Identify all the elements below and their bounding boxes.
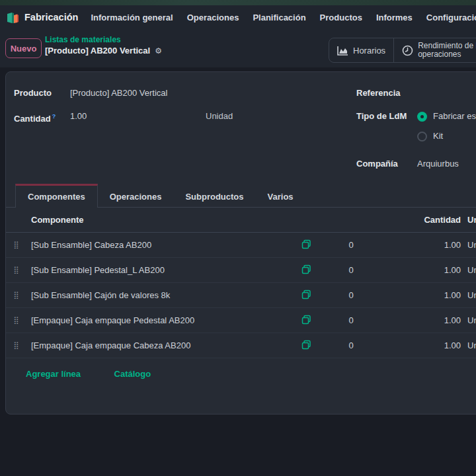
col-unidad[interactable]: Unidad (463, 215, 476, 225)
manufacturing-app-icon[interactable] (5, 10, 20, 24)
variants-count[interactable]: 0 (318, 240, 384, 250)
component-name[interactable]: [Empaque] Caja empaque Cabeza AB200 (26, 340, 294, 350)
rendimiento-label: Rendimiento de las operaciones (418, 42, 476, 59)
horarios-button[interactable]: Horarios (329, 38, 393, 62)
drag-handle-icon[interactable]: ⣿ (6, 266, 26, 274)
app-name[interactable]: Fabricación (24, 12, 78, 22)
nav-menu-productos[interactable]: Productos (320, 13, 362, 22)
tab-subproductos[interactable]: Subproductos (173, 184, 255, 208)
area-chart-icon (337, 46, 348, 56)
cantidad-label: Cantidad? (14, 110, 70, 126)
bom-type-option-kit[interactable]: Kit (417, 130, 476, 143)
col-cantidad[interactable]: Cantidad (384, 215, 463, 225)
rendimiento-operaciones-button[interactable]: Rendimiento de las operaciones (393, 38, 476, 62)
copy-icon[interactable] (294, 315, 318, 327)
top-accent-strip (0, 0, 476, 5)
component-name[interactable]: [Sub Ensamble] Cajón de valores 8k (26, 290, 294, 300)
horarios-label: Horarios (353, 46, 385, 56)
stat-button-group: Horarios Rendimiento de las operaciones (329, 38, 476, 63)
tab-varios[interactable]: Varios (256, 184, 305, 208)
component-quantity[interactable]: 1.00 (384, 290, 463, 300)
table-footer: Agregar línea Catálogo (6, 358, 476, 379)
variants-count[interactable]: 0 (318, 315, 384, 325)
tab-strip: Componentes Operaciones Subproductos Var… (6, 184, 476, 208)
breadcrumb: Listas de materiales [Producto] AB200 Ve… (45, 34, 162, 57)
nav-menu-configuracion[interactable]: Configuración (426, 13, 476, 22)
drag-handle-icon[interactable]: ⣿ (6, 316, 26, 325)
copy-icon[interactable] (294, 340, 318, 352)
cantidad-value[interactable]: 1.00 (70, 110, 206, 123)
main-navbar: Fabricación Información general Operacio… (0, 5, 476, 29)
referencia-label: Referencia (356, 87, 417, 100)
compania-label: Compañía (356, 157, 417, 171)
component-quantity[interactable]: 1.00 (384, 265, 463, 275)
table-row[interactable]: ⣿ [Sub Ensamble] Pedestal_L AB200 0 1.00… (6, 258, 476, 283)
tab-operaciones[interactable]: Operaciones (98, 184, 174, 208)
field-referencia: Referencia (356, 87, 476, 100)
kit-option-label: Kit (433, 130, 443, 143)
tipo-ldm-label: Tipo de LdM (356, 110, 417, 123)
tab-componentes[interactable]: Componentes (15, 184, 98, 208)
nav-menu-informes[interactable]: Informes (376, 13, 413, 22)
component-quantity[interactable]: 1.00 (384, 240, 463, 250)
table-row[interactable]: ⣿ [Sub Ensamble] Cabeza AB200 0 1.00 Uni… (6, 233, 476, 258)
col-componente[interactable]: Componente (26, 215, 294, 225)
compania-value[interactable]: Arquiurbus (417, 157, 459, 171)
component-uom[interactable]: Unidad (463, 265, 476, 275)
component-name[interactable]: [Empaque] Caja empaque Pedestal AB200 (26, 315, 294, 325)
component-uom[interactable]: Unidad (463, 240, 476, 250)
drag-handle-icon[interactable]: ⣿ (6, 341, 26, 350)
table-row[interactable]: ⣿ [Empaque] Caja empaque Cabeza AB200 0 … (6, 333, 476, 358)
component-name[interactable]: [Sub Ensamble] Pedestal_L AB200 (26, 265, 294, 275)
nav-menu-informacion-general[interactable]: Información general (91, 13, 173, 22)
drag-handle-icon[interactable]: ⣿ (6, 241, 26, 249)
copy-icon[interactable] (294, 290, 318, 301)
variants-count[interactable]: 0 (318, 340, 384, 350)
drag-handle-icon[interactable]: ⣿ (6, 291, 26, 299)
variants-count[interactable]: 0 (318, 265, 384, 275)
catalog-link[interactable]: Catálogo (114, 369, 151, 379)
field-producto: Producto [Producto] AB200 Vertical (14, 87, 348, 100)
table-row[interactable]: ⣿ [Sub Ensamble] Cajón de valores 8k 0 1… (6, 283, 476, 308)
field-compania: Compañía Arquiurbus (356, 157, 476, 171)
breadcrumb-current: [Producto] AB200 Vertical (45, 45, 150, 57)
control-panel: Nuevo Listas de materiales [Producto] AB… (0, 29, 476, 67)
bom-form-page: { "colors": { "accent_teal": "#00b388", … (0, 0, 476, 476)
components-table-header: Componente Cantidad Unidad (6, 208, 476, 233)
component-quantity[interactable]: 1.00 (384, 340, 463, 350)
clock-icon (402, 45, 413, 56)
notebook: Componentes Operaciones Subproductos Var… (6, 184, 476, 379)
nav-menu-planificacion[interactable]: Planificación (253, 13, 305, 22)
producto-value[interactable]: [Producto] AB200 Vertical (70, 87, 167, 100)
component-quantity[interactable]: 1.00 (384, 315, 463, 325)
fabricar-option-label: Fabricar este producto (433, 110, 476, 123)
bom-form-sheet: Producto [Producto] AB200 Vertical Canti… (5, 71, 476, 415)
producto-label: Producto (14, 87, 70, 100)
radio-selected-icon (417, 112, 427, 122)
component-uom[interactable]: Unidad (463, 340, 476, 350)
variants-count[interactable]: 0 (318, 290, 384, 300)
radio-unselected-icon (417, 132, 427, 141)
nav-menu-operaciones[interactable]: Operaciones (187, 13, 239, 22)
table-row[interactable]: ⣿ [Empaque] Caja empaque Pedestal AB200 … (6, 308, 476, 333)
breadcrumb-parent-link[interactable]: Listas de materiales (45, 34, 162, 45)
copy-icon[interactable] (294, 264, 318, 276)
gear-icon[interactable]: ⚙ (155, 45, 162, 57)
field-cantidad: Cantidad? 1.00 Unidad (14, 110, 348, 126)
component-uom[interactable]: Unidad (463, 315, 476, 325)
bom-type-option-fabricar[interactable]: Fabricar este producto (417, 110, 476, 123)
component-uom[interactable]: Unidad (463, 290, 476, 300)
copy-icon[interactable] (294, 239, 318, 251)
field-tipo-ldm: Tipo de LdM Fabricar este producto Kit (356, 110, 476, 143)
new-button[interactable]: Nuevo (5, 38, 42, 58)
component-name[interactable]: [Sub Ensamble] Cabeza AB200 (26, 240, 294, 250)
add-line-link[interactable]: Agregar línea (26, 369, 81, 379)
help-icon[interactable]: ? (52, 113, 56, 120)
cantidad-uom[interactable]: Unidad (206, 110, 233, 123)
